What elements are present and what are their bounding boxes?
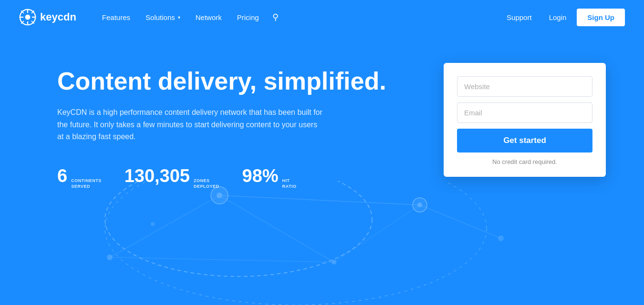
signup-form-container: Get started No credit card required. <box>444 63 606 177</box>
svg-line-24 <box>334 205 420 262</box>
stat-continents-number: 6 <box>57 166 67 186</box>
brand-name: keycdn <box>40 11 76 23</box>
website-input[interactable] <box>457 76 592 97</box>
svg-line-21 <box>110 195 219 257</box>
stat-zones: 130,305 ZONES DEPLOYED <box>125 166 219 189</box>
stat-zones-label: ZONES DEPLOYED <box>194 178 219 189</box>
stats-row: 6 CONTINENTS SERVED 130,305 ZONES DEPLOY… <box>57 166 415 189</box>
nav-right: Support Login Sign Up <box>500 9 625 26</box>
stat-hitratio-number: 98% <box>242 166 279 186</box>
nav-features[interactable]: Features <box>95 10 137 25</box>
hero-title: Content delivery, simplified. <box>57 68 415 95</box>
logo-icon <box>19 9 36 26</box>
network-background <box>0 181 644 305</box>
get-started-button[interactable]: Get started <box>457 129 592 152</box>
form-card: Get started No credit card required. <box>444 63 606 177</box>
navbar: keycdn Features Solutions ▾ Network Pric… <box>0 0 644 34</box>
hero-content: Content delivery, simplified. KeyCDN is … <box>57 63 415 189</box>
stat-hitratio: 98% HIT RATIO <box>242 166 297 189</box>
search-icon[interactable]: ⚲ <box>268 8 283 26</box>
stat-hitratio-label: HIT RATIO <box>282 178 297 189</box>
stat-continents-label: CONTINENTS SERVED <box>71 178 102 189</box>
chevron-down-icon: ▾ <box>178 15 180 20</box>
nav-solutions[interactable]: Solutions ▾ <box>139 10 187 25</box>
stat-continents: 6 CONTINENTS SERVED <box>57 166 102 189</box>
svg-point-1 <box>25 15 31 20</box>
svg-line-22 <box>219 195 334 262</box>
no-credit-card-text: No credit card required. <box>457 158 592 165</box>
nav-network[interactable]: Network <box>189 10 229 25</box>
hero-section: Content delivery, simplified. KeyCDN is … <box>0 34 644 189</box>
svg-point-11 <box>105 181 487 305</box>
svg-line-25 <box>110 257 334 262</box>
signup-button[interactable]: Sign Up <box>577 9 625 26</box>
svg-point-19 <box>151 222 155 226</box>
nav-login[interactable]: Login <box>542 10 573 25</box>
svg-line-23 <box>420 205 501 238</box>
nav-pricing[interactable]: Pricing <box>230 10 266 25</box>
stat-zones-number: 130,305 <box>125 166 190 186</box>
email-input[interactable] <box>457 102 592 123</box>
nav-support[interactable]: Support <box>500 10 539 25</box>
logo[interactable]: keycdn <box>19 9 76 26</box>
hero-description: KeyCDN is a high performance content del… <box>57 106 324 143</box>
svg-line-20 <box>219 195 420 205</box>
nav-left: Features Solutions ▾ Network Pricing ⚲ <box>95 8 500 26</box>
